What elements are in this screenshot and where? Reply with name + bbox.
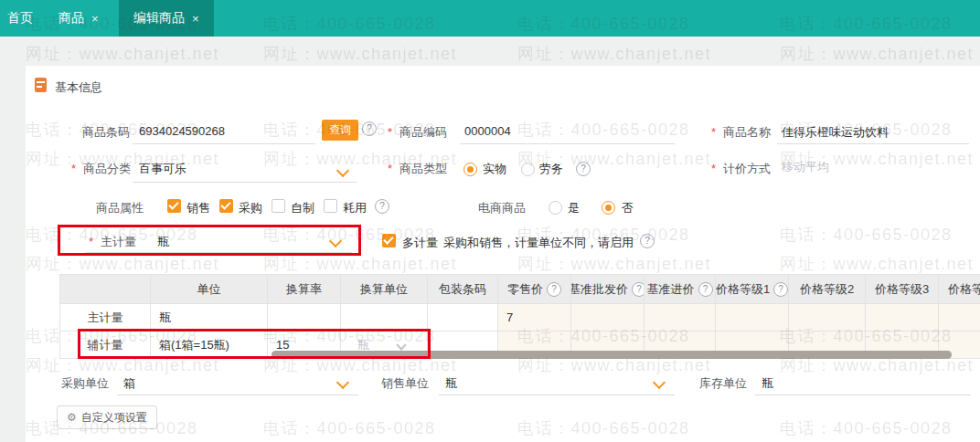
cell-retail-price[interactable]: 7 xyxy=(498,304,571,332)
header-cell-price-level4: 价格等级4 xyxy=(939,274,980,304)
checkbox-sales-label: 销售 xyxy=(186,200,210,216)
type-label: 商品类型 xyxy=(399,161,447,177)
cell-price-level2[interactable] xyxy=(789,304,866,332)
row-label-cell: 辅计量 xyxy=(59,332,151,359)
watermark-site: 网址：www.chanjet.net xyxy=(780,43,974,65)
cell-price-level1[interactable] xyxy=(716,304,789,332)
help-icon[interactable]: ? xyxy=(576,162,591,176)
cell-package-barcode[interactable] xyxy=(428,304,498,332)
radio-service-label: 劳务 xyxy=(539,161,563,177)
checkbox-sales[interactable] xyxy=(167,199,181,213)
cell-price-level4[interactable] xyxy=(939,304,980,332)
help-icon[interactable]: ? xyxy=(547,282,561,297)
ecommerce-label: 电商商品 xyxy=(478,200,526,216)
header-cell xyxy=(59,274,151,304)
checkbox-purchase-label: 采购 xyxy=(239,200,262,216)
radio-yes-label: 是 xyxy=(568,200,580,216)
purchase-unit-label: 采购单位 xyxy=(61,375,109,392)
help-icon[interactable]: ? xyxy=(632,282,644,297)
sales-unit-value[interactable]: 瓶 xyxy=(445,375,457,392)
required-star: * xyxy=(388,125,392,139)
help-icon[interactable]: ? xyxy=(698,282,713,297)
name-value[interactable]: 佳得乐橙味运动饮料 xyxy=(782,124,889,141)
required-star: * xyxy=(711,125,716,139)
radio-yes[interactable] xyxy=(549,201,562,215)
header-cell-wholesale-price: 基准批发价? xyxy=(571,274,644,304)
multi-unit-label: 多计量 xyxy=(402,235,438,251)
cell-unit[interactable]: 瓶 xyxy=(151,304,268,332)
watermark-site: 网址：www.chanjet.net xyxy=(263,43,457,65)
tab-home-label: 首页 xyxy=(7,10,33,26)
header-cell-purchase-price: 基准进价? xyxy=(644,274,716,304)
code-value[interactable]: 0000004 xyxy=(464,124,511,138)
name-label: 商品名称 xyxy=(723,124,771,141)
checkbox-purchase[interactable] xyxy=(219,199,233,213)
header-cell-price-level3: 价格等级3 xyxy=(866,274,939,304)
purchase-unit-value[interactable]: 箱 xyxy=(123,375,135,392)
barcode-label: 商品条码 xyxy=(82,124,130,141)
watermark-site: 网址：www.chanjet.net xyxy=(26,43,219,65)
radio-no[interactable] xyxy=(602,201,615,215)
header-cell-rate-unit: 换算单位 xyxy=(341,274,428,304)
top-tab-bar: 首页 商品 × 编辑商品 × xyxy=(0,0,980,37)
radio-physical[interactable] xyxy=(463,163,477,176)
cell-wholesale-price[interactable] xyxy=(571,304,644,332)
barcode-query-button[interactable]: 查询 xyxy=(322,120,358,141)
attributes-label: 商品属性 xyxy=(96,200,144,216)
table-header-row: 单位 换算率 换算单位 包装条码 零售价? 基准批发价? 基准进价? 价格等级1… xyxy=(59,274,980,304)
header-cell-price-level2: 价格等级2 xyxy=(789,274,866,304)
barcode-value[interactable]: 6934024590268 xyxy=(139,124,225,138)
help-icon[interactable]: ? xyxy=(773,282,788,297)
chevron-down-icon[interactable] xyxy=(396,340,406,350)
checkbox-selfmade-label: 自制 xyxy=(291,200,314,216)
checkbox-consume-label: 耗用 xyxy=(343,200,367,216)
radio-service[interactable] xyxy=(521,163,535,176)
checkbox-multi-unit[interactable] xyxy=(382,234,396,247)
tab-products[interactable]: 商品 × xyxy=(59,0,99,37)
close-icon[interactable]: × xyxy=(91,12,99,26)
radio-physical-label: 实物 xyxy=(483,161,506,177)
tab-edit-product[interactable]: 编辑商品 × xyxy=(119,0,214,37)
watermark-site: 网址：www.chanjet.net xyxy=(517,43,711,65)
basic-info-icon xyxy=(35,78,47,92)
header-cell-rate: 换算率 xyxy=(268,274,341,304)
cell-purchase-price[interactable] xyxy=(644,304,716,332)
sales-unit-label: 销售单位 xyxy=(381,375,429,392)
required-star: * xyxy=(71,162,76,175)
main-unit-value[interactable]: 瓶 xyxy=(157,234,169,250)
stock-unit-value[interactable]: 瓶 xyxy=(762,375,773,392)
category-value[interactable]: 百事可乐 xyxy=(139,161,186,177)
pricing-label: 计价方式 xyxy=(723,161,771,177)
help-icon[interactable]: ? xyxy=(362,121,377,136)
edit-product-page: 首页 商品 × 编辑商品 × 基本信息 商品条码 6934024590268 查… xyxy=(0,0,980,442)
custom-fields-button-label: 自定义项设置 xyxy=(81,410,147,426)
tab-home[interactable]: 首页 xyxy=(7,0,33,37)
multi-unit-hint: 采购和销售，计量单位不同，请启用 xyxy=(443,235,634,251)
code-label: 商品编码 xyxy=(399,124,447,141)
radio-no-label: 否 xyxy=(622,200,634,216)
help-icon[interactable]: ? xyxy=(640,234,655,248)
help-icon[interactable]: ? xyxy=(375,199,389,214)
tab-products-label: 商品 xyxy=(59,10,84,26)
pricing-value: 移动平均 xyxy=(782,159,829,175)
horizontal-scrollbar[interactable] xyxy=(272,351,952,359)
checkbox-consume[interactable] xyxy=(324,199,337,213)
header-cell-retail-price: 零售价? xyxy=(498,274,571,304)
close-icon[interactable]: × xyxy=(192,12,199,26)
custom-fields-button[interactable]: ⚙ 自定义项设置 xyxy=(57,405,157,429)
category-label: 商品分类 xyxy=(83,161,131,177)
gear-icon: ⚙ xyxy=(67,411,77,424)
stock-unit-label: 库存单位 xyxy=(699,375,747,392)
required-star: * xyxy=(711,162,716,175)
section-title: 基本信息 xyxy=(55,79,102,96)
checkbox-selfmade[interactable] xyxy=(272,199,285,213)
header-cell-price-level1: 价格等级1? xyxy=(716,274,789,304)
cell-rate-unit[interactable] xyxy=(341,304,428,332)
cell-rate[interactable] xyxy=(268,304,341,332)
cell-unit[interactable]: 箱(1箱=15瓶) xyxy=(151,332,268,359)
table-row-main-unit: 主计量 瓶 7 xyxy=(59,304,980,332)
cell-price-level3[interactable] xyxy=(866,304,939,332)
header-cell-unit: 单位 xyxy=(151,274,268,304)
required-star: * xyxy=(89,235,93,248)
header-cell-package-barcode: 包装条码 xyxy=(428,274,498,304)
